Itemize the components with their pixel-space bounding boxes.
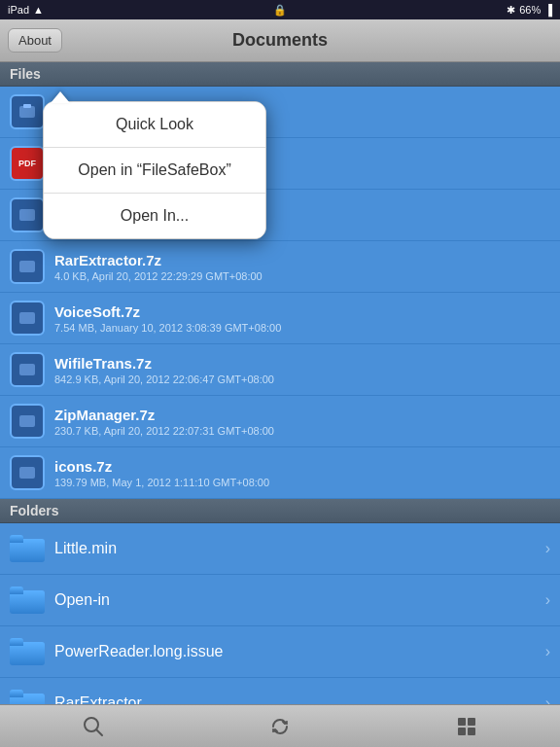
battery-label: 66% [519,4,541,16]
svg-rect-13 [468,728,475,735]
toolbar [0,704,560,747]
popup-arrow [51,91,70,103]
quick-look-button[interactable]: Quick Look [44,102,265,148]
status-right: ✱ 66% ▐ [507,4,552,17]
bluetooth-icon: ✱ [507,4,515,17]
open-in-filesafebox-button[interactable]: Open in “FileSafeBox” [44,148,265,194]
refresh-icon [269,716,291,737]
refresh-button[interactable] [259,705,301,748]
grid-view-button[interactable] [445,705,488,748]
svg-rect-10 [458,718,466,726]
svg-line-9 [96,729,102,735]
grid-icon [456,716,477,737]
svg-rect-11 [468,718,475,726]
carrier-label: iPad [8,4,29,16]
battery-icon: ▐ [544,4,552,16]
wifi-icon: ▲ [33,4,44,16]
popup-menu: Quick Look Open in “FileSafeBox” Open In… [43,101,266,239]
status-left: iPad ▲ [8,4,44,16]
search-icon [83,716,104,737]
popup-overlay[interactable]: Quick Look Open in “FileSafeBox” Open In… [0,62,560,704]
search-button[interactable] [72,705,115,748]
content-area: Files L... 3... PDF ...ment (2009).pdf P… [0,62,560,704]
about-button[interactable]: About [8,28,62,53]
status-bar: iPad ▲ 🔒 ✱ 66% ▐ [0,0,560,19]
svg-rect-12 [458,728,466,735]
nav-title: Documents [232,30,328,51]
nav-bar: About Documents [0,19,560,62]
open-in-button[interactable]: Open In... [44,194,265,238]
lock-icon: 🔒 [273,4,287,17]
